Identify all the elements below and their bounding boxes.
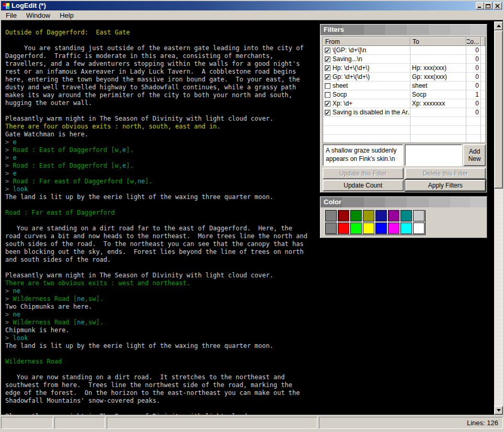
new-filter-input[interactable] [405,144,462,166]
update-count-button[interactable]: Update Count [323,180,404,191]
terminal-text-segment: ,sw]. [85,319,104,326]
menu-item-file[interactable]: File [1,11,21,20]
color-swatch[interactable] [362,209,375,222]
 [466,135,481,143]
column-header[interactable] [481,37,485,46]
terminal-text-segment: Daggerford. Traffic is moderate in this … [5,52,273,60]
color-swatch[interactable] [400,222,413,235]
filter-row[interactable]: SocpSocp1 [323,90,485,99]
terminal-line [5,350,319,358]
scroll-up-button[interactable] [494,21,503,30]
color-swatch[interactable] [325,222,337,235]
title-bar[interactable]: LogEdit (*) [1,1,503,10]
arrow-down-icon [497,409,501,412]
terminal-text-segment: Road : Far east of Daggerford [5,209,115,216]
terminal-text-segment: You are now standing on a dirt road. It … [5,373,285,381]
filter-row[interactable]: ✓Gp: \d+\(\d+\)Gp: xxx(xxx)0 [323,73,485,81]
terminal-text-segment: ]. [126,162,133,169]
scroll-down-button[interactable] [494,406,503,415]
filter-preview-box[interactable]: A shallow graze suddenly appears on Fink… [323,144,403,166]
filter-count-cell: 1 [466,90,481,99]
scrollbar-track[interactable] [494,30,503,406]
column-header[interactable]: Co... [466,37,481,46]
filter-from-cell: ✓Gp: \d+\(\d+\) [323,73,410,81]
menu-item-help[interactable]: Help [55,11,78,20]
color-swatch[interactable] [400,209,413,222]
terminal-line: southwest from here. Trees line the nort… [5,381,319,389]
filter-count-cell: 0 [466,108,481,117]
terminal-text-segment: edge of the forest. On the horizon to th… [5,389,300,396]
filter-enabled-checkbox[interactable] [325,92,330,98]
close-button[interactable] [494,2,502,9]
color-swatch[interactable] [387,222,400,235]
scrollbar-thumb[interactable] [494,30,503,189]
terminal-line: makes its way around the perimiter of th… [5,91,319,99]
minimize-button[interactable] [476,2,484,9]
color-swatch[interactable] [413,222,425,235]
filter-to-cell [410,46,466,55]
 [481,135,485,143]
filter-count-cell: 0 [466,73,481,81]
column-header[interactable]: To [410,37,466,46]
filter-from-text: Socp [333,91,347,98]
terminal-text-segment: Two Chipmunks are here. [5,303,92,310]
color-swatch[interactable] [325,209,337,222]
color-swatch[interactable] [375,209,387,222]
filter-from-text: Saving...\n [333,55,362,63]
terminal-scrollbar[interactable] [494,21,503,415]
terminal-line: The land is lit up by the eerie light of… [5,193,319,201]
add-new-button[interactable]: Add New [463,144,486,166]
filter-enabled-checkbox[interactable]: ✓ [325,101,330,107]
filter-enabled-checkbox[interactable]: ✓ [325,110,330,115]
filter-buttons-row-1: Update this Filter Delete this Filter [323,168,486,179]
filter-row[interactable]: ✓Xp: \d+Xp: xxxxxxx0 [323,99,485,108]
filters-panel-title: Filters [324,26,344,33]
filter-enabled-checkbox[interactable]: ✓ [325,74,330,80]
terminal-line: There are four obvious exits : north, so… [5,123,319,131]
color-swatch[interactable] [387,209,400,222]
terminal-text-segment: There are two obvious exits : west and n… [5,279,190,287]
terminal-text-segment: > [5,162,13,169]
color-panel-header[interactable]: Color [320,197,487,207]
apply-filters-button[interactable]: Apply Filters [405,180,486,191]
terminal-text-segment: > [5,185,13,193]
filters-table[interactable]: FromToCo...✓\[GP: \d+\]\n0✓Saving...\n0✓… [323,37,486,143]
filter-row[interactable]: ✓Saving is disabled in the Ar...0 [323,108,485,117]
 [323,117,410,126]
delete-filter-button[interactable]: Delete this Filter [405,168,486,179]
column-header[interactable]: From [323,37,410,46]
filter-empty-row [323,135,485,143]
color-swatch[interactable] [350,209,362,222]
update-filter-button[interactable]: Update this Filter [323,168,404,179]
terminal-text-segment: Pleasantly warm night in The Season of D… [5,115,273,122]
minimize-icon [477,4,483,8]
terminal-line: There are two obvious exits : west and n… [5,279,319,287]
color-swatch[interactable] [337,209,350,222]
terminal-text-segment: road curves a bit and now heads to the n… [5,232,307,240]
terminal-text-segment: Outside of Daggerford: East Gate [5,29,130,36]
filter-row[interactable]: ✓\[GP: \d+\]\n0 [323,46,485,55]
terminal-line: Two Chipmunks are here. [5,303,319,311]
filter-enabled-checkbox[interactable]: ✓ [325,56,330,62]
filter-from-cell: sheet [323,81,410,90]
menu-item-window[interactable]: Window [21,11,55,20]
color-swatch[interactable] [375,222,387,235]
filter-enabled-checkbox[interactable]: ✓ [325,48,330,53]
terminal-text-segment: makes its way around the perimiter of th… [5,91,292,99]
maximize-button[interactable] [484,2,492,9]
color-swatch[interactable] [362,222,375,235]
filter-row[interactable]: ✓Hp: \d+\(\d+\)Hp: xxx(xxx)0 [323,64,485,73]
filter-enabled-checkbox[interactable] [325,83,330,89]
filter-row[interactable]: ✓Saving...\n0 [323,55,485,64]
terminal-text-segment: You are standing on a dirt road far to t… [5,225,292,232]
filters-panel-header[interactable]: Filters [320,25,487,35]
color-swatch[interactable] [337,222,350,235]
color-swatch[interactable] [413,209,425,222]
terminal-text-segment: ]. [126,146,133,154]
terminal-output[interactable]: Outside of Daggerford: East Gate You are… [5,29,319,415]
 [410,117,466,126]
color-swatch[interactable] [350,222,362,235]
status-panel-3 [107,417,317,429]
filter-row[interactable]: sheetsheet0 [323,81,485,90]
filter-enabled-checkbox[interactable]: ✓ [325,65,330,71]
